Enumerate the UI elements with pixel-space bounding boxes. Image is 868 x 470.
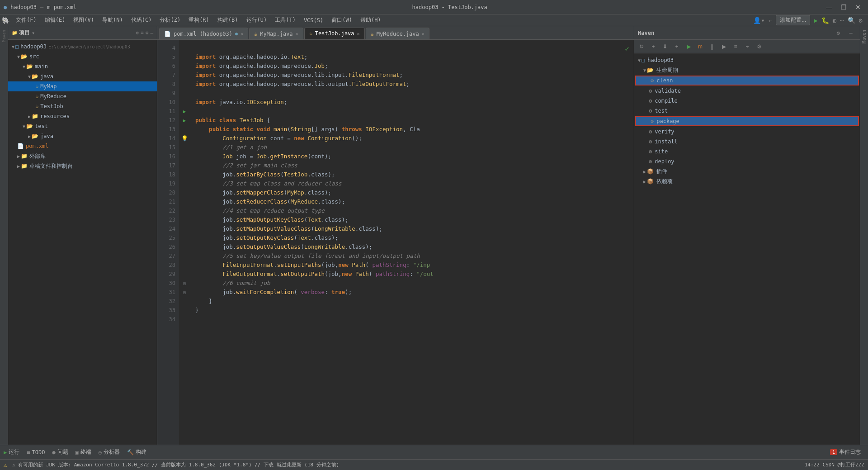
maven-pause-btn[interactable]: ‖ — [707, 41, 717, 52]
tree-item-hadoop03[interactable]: ▼ ◫ hadoop03 E:\code\maven\project\hadoo… — [8, 42, 157, 52]
menu-vcs[interactable]: VCS(S) — [300, 16, 327, 24]
bulb-icon[interactable]: 💡 — [181, 135, 188, 142]
menu-view[interactable]: 视图(V) — [70, 15, 98, 25]
tree-item-test[interactable]: ▼ 📂 test — [8, 121, 157, 131]
project-minimize-btn[interactable]: — — [150, 30, 153, 36]
project-dropdown-icon[interactable]: ▾ — [32, 30, 35, 36]
maximize-button[interactable]: ❐ — [837, 2, 850, 13]
tree-item-scratches[interactable]: ▶ 📁 草稿文件和控制台 — [8, 161, 157, 171]
close-button[interactable]: ✕ — [852, 2, 864, 13]
tree-label-main: main — [35, 63, 48, 70]
maven-item-install[interactable]: ⚙ install — [634, 137, 860, 147]
fold-icon[interactable]: ⊟ — [183, 281, 186, 286]
gear-icon: ⚙ — [649, 128, 652, 135]
menu-edit[interactable]: 编辑(E) — [41, 15, 69, 25]
tab-testjob[interactable]: ☕ TestJob.java ✕ — [304, 28, 365, 39]
search-icon[interactable]: 🔍 — [848, 17, 855, 24]
maven-m-btn[interactable]: m — [695, 41, 706, 52]
maven-item-deploy[interactable]: ⚙ deploy — [634, 157, 860, 166]
run-icon[interactable]: ▶ — [814, 17, 817, 24]
tree-item-src[interactable]: ▼ 📂 src — [8, 52, 157, 62]
maven-item-lifecycle[interactable]: ▼ 📂 生命周期 — [634, 65, 860, 75]
problems-tool[interactable]: ● 问题 — [52, 448, 68, 456]
maven-download-btn[interactable]: ⬇ — [660, 41, 670, 52]
maven-item-dependencies[interactable]: ▶ 📦 依赖项 — [634, 176, 860, 186]
terminal-tool[interactable]: ▣ 终端 — [75, 448, 91, 456]
menu-window[interactable]: 窗口(W) — [328, 15, 356, 25]
tab-close-btn[interactable]: ✕ — [357, 31, 360, 36]
project-settings-btn[interactable]: ⚙ — [146, 30, 149, 36]
tree-item-testjob[interactable]: ☕ TestJob — [8, 101, 157, 111]
tab-close-btn[interactable]: ✕ — [241, 31, 243, 36]
code-editor[interactable]: 45678 910111213 1415161718 1920212223 24… — [157, 40, 634, 445]
tree-item-pomxml[interactable]: 📄 pom.xml — [8, 141, 157, 151]
tab-pomxml[interactable]: 📄 pom.xml (hadoop03) ● ✕ — [159, 28, 248, 39]
maven-item-package[interactable]: ⚙ package — [635, 116, 859, 126]
settings-icon[interactable]: ⚙ — [859, 17, 863, 24]
right-strip: Maven — [860, 26, 868, 445]
maven-add-btn[interactable]: + — [648, 41, 659, 52]
nav-back[interactable]: ← — [769, 17, 772, 24]
tab-mymap[interactable]: ☕ MyMap.java ✕ — [249, 28, 303, 39]
menu-build[interactable]: 构建(B) — [214, 15, 242, 25]
maven-item-verify[interactable]: ⚙ verify — [634, 127, 860, 137]
tree-item-java[interactable]: ▼ 📂 java — [8, 71, 157, 81]
menu-analyze[interactable]: 分析(Z) — [156, 15, 184, 25]
profiler-tool[interactable]: ◎ 分析器 — [99, 448, 120, 456]
folder-icon: 📁 — [21, 153, 28, 159]
run-gutter-icon-2[interactable]: ▶ — [183, 118, 186, 123]
minimize-button[interactable]: — — [823, 2, 835, 13]
more-icon[interactable]: ⋯ — [840, 17, 844, 24]
maven-item-test[interactable]: ⚙ test — [634, 106, 860, 116]
maven-item-compile[interactable]: ⚙ compile — [634, 96, 860, 106]
maven-settings-btn[interactable]: ⚙ — [833, 28, 844, 38]
maven-refresh-btn[interactable]: ↻ — [636, 41, 647, 52]
tree-label-java: java — [40, 73, 53, 80]
build-tool[interactable]: 🔨 构建 — [127, 448, 146, 456]
todo-tool[interactable]: ≡ TODO — [27, 449, 45, 456]
event-log-tool[interactable]: 1 事件日志 — [830, 448, 861, 456]
code-content[interactable]: import org.apache.hadoop.io.Text; import… — [190, 40, 634, 445]
tab-close-btn[interactable]: ✕ — [422, 31, 425, 36]
menu-file[interactable]: 文件(F) — [12, 15, 40, 25]
project-collapse-btn[interactable]: ≡ — [141, 30, 144, 36]
user-icon[interactable]: 👤▾ — [753, 17, 764, 24]
menu-run[interactable]: 运行(U) — [243, 15, 271, 25]
tree-item-resources[interactable]: ▶ 📁 resources — [8, 111, 157, 121]
fold-icon-2[interactable]: ⊟ — [183, 290, 186, 295]
right-strip-maven[interactable]: Maven — [860, 28, 868, 45]
tree-item-myreduce[interactable]: ☕ MyReduce — [8, 91, 157, 101]
menu-tools[interactable]: 工具(T) — [271, 15, 299, 25]
maven-minimize-btn[interactable]: — — [845, 28, 856, 38]
debug-icon[interactable]: 🐛 — [821, 17, 829, 24]
add-config-button[interactable]: 添加配置... — [776, 15, 810, 25]
tab-myreduce[interactable]: ☕ MyReduce.java ✕ — [366, 28, 429, 39]
maven-settings2-btn[interactable]: ⚙ — [754, 41, 764, 52]
expand-icon: ▼ — [17, 54, 20, 59]
maven-item-site[interactable]: ⚙ site — [634, 147, 860, 157]
coverage-icon[interactable]: ◐ — [833, 17, 836, 24]
maven-item-plugins[interactable]: ▶ 📦 插件 — [634, 166, 860, 176]
tab-close-btn[interactable]: ✕ — [296, 31, 298, 36]
maven-plus-btn[interactable]: + — [671, 41, 682, 52]
tree-item-test-java[interactable]: ▶ 📂 java — [8, 131, 157, 141]
left-strip-label[interactable]: Maven — [0, 28, 8, 44]
run-gutter-icon[interactable]: ▶ — [183, 109, 186, 114]
maven-divide-btn[interactable]: ÷ — [742, 41, 753, 52]
menu-code[interactable]: 代码(C) — [127, 15, 156, 25]
maven-list-btn[interactable]: ≡ — [730, 41, 741, 52]
maven-item-validate[interactable]: ⚙ validate — [634, 86, 860, 96]
tree-item-external-libs[interactable]: ▶ 📁 外部库 — [8, 151, 157, 161]
project-locate-btn[interactable]: ⊕ — [136, 30, 139, 36]
run-tool[interactable]: ▶ 运行 — [4, 448, 19, 456]
tree-item-main[interactable]: ▼ 📂 main — [8, 62, 157, 71]
menu-refactor[interactable]: 重构(R) — [185, 15, 213, 25]
tree-item-mymap[interactable]: ☕ MyMap — [8, 81, 157, 91]
maven-item-hadoop03[interactable]: ▼ ◫ hadoop03 — [634, 55, 860, 65]
menu-help[interactable]: 帮助(H) — [357, 15, 385, 25]
gear-icon: ⚙ — [649, 108, 652, 114]
maven-run-btn[interactable]: ▶ — [683, 41, 694, 52]
menu-navigate[interactable]: 导航(N) — [99, 15, 127, 25]
maven-step-btn[interactable]: ▶ — [718, 41, 729, 52]
maven-item-clean[interactable]: ⚙ clean — [635, 76, 859, 85]
